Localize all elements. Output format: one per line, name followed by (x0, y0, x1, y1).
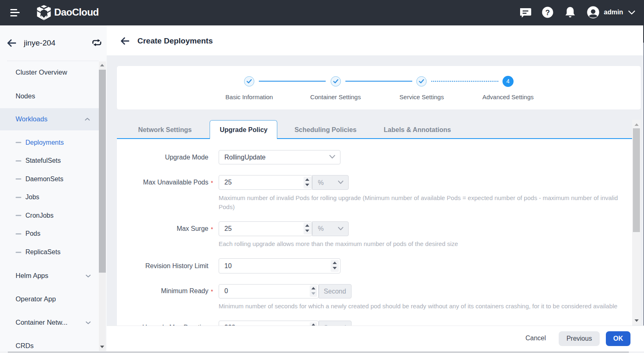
svg-text:?: ? (546, 9, 550, 17)
